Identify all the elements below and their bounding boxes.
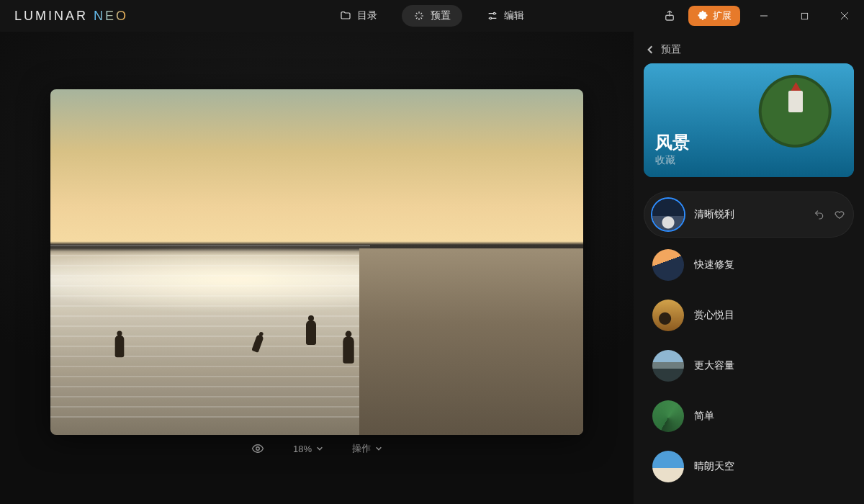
svg-rect-4 xyxy=(801,13,807,19)
svg-point-7 xyxy=(256,447,260,451)
preset-name: 赏心悦目 xyxy=(694,309,845,322)
preset-name: 简单 xyxy=(694,410,845,423)
preset-item[interactable]: 晴朗天空 xyxy=(644,444,854,490)
preset-thumbnail xyxy=(652,451,684,482)
nav-edit-label: 编辑 xyxy=(504,9,524,22)
chevron-left-icon xyxy=(645,45,655,55)
sparkle-icon xyxy=(413,10,425,22)
category-subtitle: 收藏 xyxy=(655,154,690,167)
preset-item[interactable]: 简单 xyxy=(644,393,854,439)
chevron-down-icon xyxy=(375,445,382,452)
preset-thumbnail xyxy=(652,249,684,281)
nav-catalog-label: 目录 xyxy=(357,9,377,22)
preset-item[interactable]: 清晰锐利 xyxy=(644,192,854,238)
chevron-down-icon xyxy=(316,445,323,452)
canvas-area: 18% 操作 xyxy=(0,32,634,504)
top-nav: 目录 预置 编辑 xyxy=(328,5,536,27)
toggle-preview-button[interactable] xyxy=(251,442,264,455)
category-title: 风景 xyxy=(655,131,690,154)
preset-thumbnail xyxy=(652,350,684,382)
heart-icon[interactable] xyxy=(834,209,845,220)
zoom-dropdown[interactable]: 18% xyxy=(293,444,323,454)
eye-icon xyxy=(251,442,264,455)
nav-edit[interactable]: 编辑 xyxy=(475,5,536,27)
puzzle-icon xyxy=(697,10,708,22)
preset-name: 快速修复 xyxy=(694,258,845,271)
preset-name: 晴朗天空 xyxy=(694,460,845,473)
preset-item[interactable]: 更大容量 xyxy=(644,343,854,389)
extensions-button[interactable]: 扩展 xyxy=(688,6,740,26)
preset-thumbnail xyxy=(652,400,684,432)
share-button[interactable] xyxy=(658,4,681,27)
actions-label: 操作 xyxy=(352,442,371,455)
nav-catalog[interactable]: 目录 xyxy=(328,5,389,27)
preset-list: 清晰锐利 快速修复 赏心悦目 更大容量 简单 xyxy=(644,192,854,490)
preview-image[interactable] xyxy=(50,89,583,435)
nav-presets-label: 预置 xyxy=(431,9,451,22)
sidebar-back[interactable]: 预置 xyxy=(644,40,854,63)
window-close[interactable] xyxy=(828,4,861,27)
undo-icon[interactable] xyxy=(814,209,825,220)
preset-thumbnail xyxy=(652,300,684,331)
window-maximize[interactable] xyxy=(788,4,821,27)
sidebar-back-label: 预置 xyxy=(661,43,681,56)
svg-point-1 xyxy=(490,17,492,19)
actions-dropdown[interactable]: 操作 xyxy=(352,442,382,455)
sliders-icon xyxy=(487,10,498,22)
zoom-value: 18% xyxy=(293,444,312,454)
preset-thumbnail xyxy=(652,199,684,230)
svg-point-0 xyxy=(493,12,495,14)
preset-item[interactable]: 快速修复 xyxy=(644,242,854,288)
preset-name: 更大容量 xyxy=(694,359,845,372)
preset-name: 清晰锐利 xyxy=(694,208,804,221)
nav-presets[interactable]: 预置 xyxy=(402,5,462,27)
preset-category-card[interactable]: 风景 收藏 xyxy=(644,63,854,177)
folder-icon xyxy=(340,10,351,22)
app-logo: LUMINAR NEO xyxy=(14,9,128,24)
presets-sidebar: 预置 风景 收藏 清晰锐利 快速修复 xyxy=(634,32,864,504)
extensions-label: 扩展 xyxy=(713,9,732,22)
window-minimize[interactable] xyxy=(747,4,780,27)
preset-item[interactable]: 赏心悦目 xyxy=(644,292,854,338)
